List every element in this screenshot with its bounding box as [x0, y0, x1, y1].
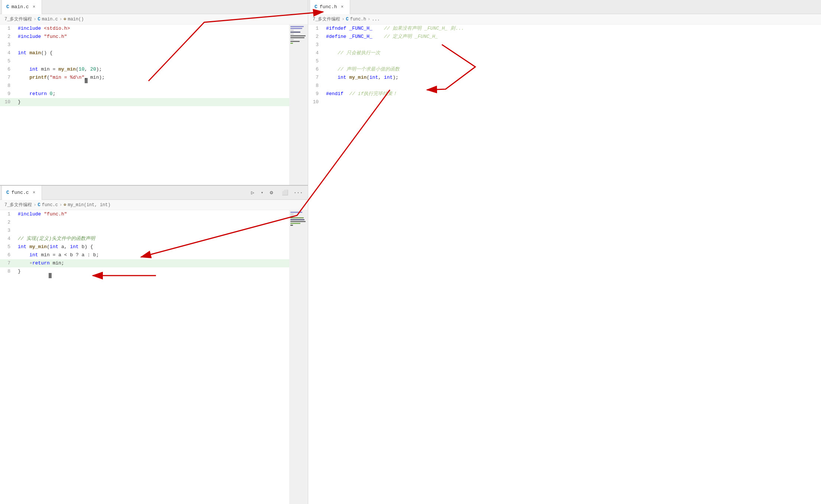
func-c-toolbar: ▷ ▾ ⚙ ⬜ ··· — [247, 188, 306, 197]
table-row: 3 — [0, 227, 289, 235]
bc-symbol-2: my_min(int, int) — [68, 202, 110, 208]
func-c-editor[interactable]: 1 #include "func.h" 2 3 — [0, 210, 289, 504]
func-c-code-area: 1 #include "func.h" 2 3 — [0, 210, 308, 504]
tab-main-c-label: main.c — [12, 4, 29, 10]
table-row: 10 } — [0, 98, 289, 106]
table-row: 3 — [308, 41, 821, 49]
main-c-code-table: 1 #include <stdio.h> 2 #include "func.h"… — [0, 25, 289, 106]
table-row: 6 int min = my_min(10, 20); — [0, 65, 289, 74]
table-row: 2 #define _FUNC_H_ // 定义声明 _FUNC_H_ — [308, 33, 821, 41]
table-row: 1 #ifndef _FUNC_H_ // 如果没有声明 _FUNC_H_ 则.… — [308, 25, 821, 33]
table-row: 4 // 只会被执行一次 — [308, 49, 821, 57]
table-row: 8 — [308, 82, 821, 90]
table-row: 1 #include "func.h" — [0, 210, 289, 218]
func-c-code-table: 1 #include "func.h" 2 3 — [0, 210, 289, 276]
table-row: 7 ▫return min; — [0, 259, 289, 267]
main-c-breadcrumb: 7_多文件编程 › C main.c › ⊕ main() — [0, 14, 308, 25]
func-h-breadcrumb: 7_多文件编程 › C func.h › ... — [308, 14, 821, 25]
more-button[interactable]: ··· — [293, 188, 303, 197]
run-button[interactable]: ▷ — [247, 188, 258, 197]
run-dropdown[interactable]: ▾ — [261, 190, 263, 195]
tab-func-c-label: func.c — [12, 190, 29, 195]
func-c-tab-bar: C func.c × ▷ ▾ ⚙ ⬜ ··· — [0, 186, 308, 200]
func-c-minimap — [289, 210, 308, 504]
main-c-minimap — [289, 25, 308, 185]
editor-container: C main.c × 7_多文件编程 › C main.c › ⊕ main() — [0, 0, 821, 504]
table-row: 1 #include <stdio.h> — [0, 25, 289, 33]
table-row: 9 #endif // if执行完毕结束！ — [308, 90, 821, 98]
bc-project-2: 7_多文件编程 — [4, 202, 32, 208]
bc-symbol-icon-2: ⊕ — [63, 202, 66, 208]
func-h-tab-bar: C func.h × — [308, 0, 821, 14]
table-row: 10 — [308, 98, 821, 106]
bc-project: 7_多文件编程 — [4, 16, 32, 22]
table-row: 2 — [0, 218, 289, 227]
close-func-h-button[interactable]: × — [339, 4, 345, 10]
table-row: 7 printf("min = %d\n", min); — [0, 74, 289, 82]
table-row: 4 int main() { — [0, 49, 289, 57]
bc-symbol: main() — [68, 17, 84, 22]
table-row: 3 — [0, 41, 289, 49]
main-c-code-area: 1 #include <stdio.h> 2 #include "func.h"… — [0, 25, 308, 185]
close-main-c-button[interactable]: × — [31, 4, 37, 10]
func-h-pane: C func.h × 7_多文件编程 › C func.h › ... 1 #i… — [308, 0, 821, 504]
main-c-editor[interactable]: 1 #include <stdio.h> 2 #include "func.h"… — [0, 25, 289, 185]
tab-func-c[interactable]: C func.c × — [1, 186, 42, 200]
bc-file-2: func.c — [42, 202, 58, 208]
table-row: 5 — [0, 57, 289, 65]
tab-func-h-label: func.h — [320, 4, 337, 10]
func-c-breadcrumb: 7_多文件编程 › C func.c › ⊕ my_min(int, int) — [0, 200, 308, 210]
split-button[interactable]: ⬜ — [280, 188, 290, 197]
left-panel: C main.c × 7_多文件编程 › C main.c › ⊕ main() — [0, 0, 308, 504]
table-row: 5 int my_min(int a, int b) { — [0, 243, 289, 251]
func-c-pane: C func.c × ▷ ▾ ⚙ ⬜ ··· 7_多文件编程 › C func.… — [0, 186, 308, 504]
tab-func-h[interactable]: C func.h × — [310, 0, 350, 14]
func-h-editor[interactable]: 1 #ifndef _FUNC_H_ // 如果没有声明 _FUNC_H_ 则.… — [308, 25, 821, 504]
c-file-icon: C — [6, 4, 9, 10]
table-row: 9 return 0; — [0, 90, 289, 98]
bc-file: main.c — [42, 17, 58, 22]
bc-project-3: 7_多文件编程 — [313, 16, 340, 22]
table-row: 2 #include "func.h" — [0, 33, 289, 41]
table-row: 8 — [0, 82, 289, 90]
main-c-pane: C main.c × 7_多文件编程 › C main.c › ⊕ main() — [0, 0, 308, 186]
c-file-icon-2: C — [6, 190, 9, 195]
c-file-icon-3: C — [315, 4, 317, 10]
bc-file-3: func.h — [350, 17, 366, 22]
bc-symbol-3: ... — [372, 17, 380, 22]
table-row: 7 int my_min(int, int); — [308, 74, 821, 82]
table-row: 6 // 声明一个求最小值的函数 — [308, 65, 821, 74]
settings-button[interactable]: ⚙ — [266, 188, 277, 197]
table-row: 5 — [308, 57, 821, 65]
table-row: 8 } — [0, 267, 289, 276]
func-h-code-table: 1 #ifndef _FUNC_H_ // 如果没有声明 _FUNC_H_ 则.… — [308, 25, 821, 106]
table-row: 4 // 实现(定义)头文件中的函数声明 — [0, 235, 289, 243]
close-func-c-button[interactable]: × — [31, 190, 37, 196]
tab-main-c[interactable]: C main.c × — [1, 0, 42, 14]
table-row: 6 int min = a < b ? a : b; — [0, 251, 289, 259]
func-h-code-area: 1 #ifndef _FUNC_H_ // 如果没有声明 _FUNC_H_ 则.… — [308, 25, 821, 504]
main-c-tab-bar: C main.c × — [0, 0, 308, 14]
bc-symbol-icon: ⊕ — [63, 16, 66, 22]
